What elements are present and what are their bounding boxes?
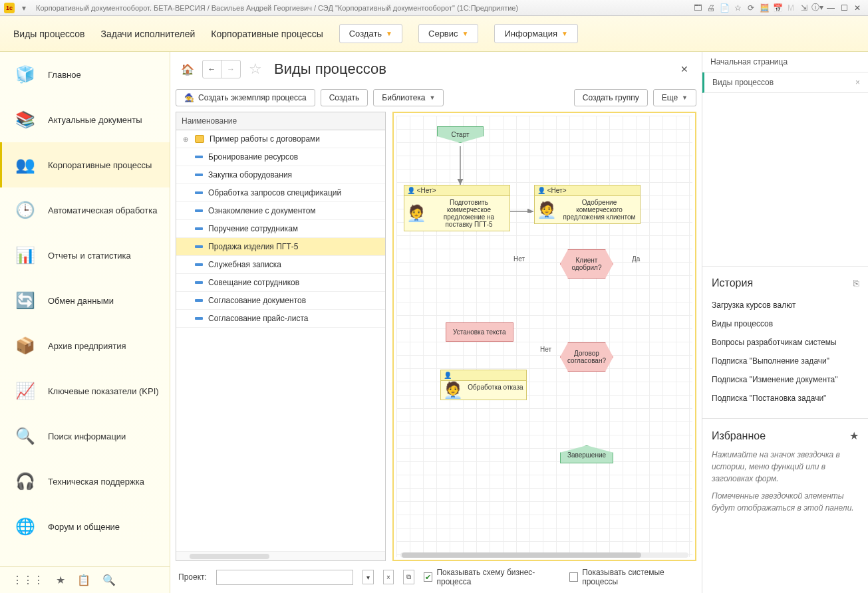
m-icon[interactable]: M <box>786 3 796 13</box>
favorite-icon[interactable]: ★ <box>56 574 65 586</box>
diagram-task-refusal[interactable]: 👤 🧑‍💼Обработка отказа <box>440 370 527 400</box>
clipboard-icon[interactable]: 📋 <box>77 574 90 586</box>
calendar-icon[interactable]: 📅 <box>772 3 783 13</box>
history-item[interactable]: Подписка "Постановка задачи" <box>712 389 859 408</box>
tree-item[interactable]: Закупка оборудования <box>176 166 385 184</box>
person-icon: 🧑‍💼 <box>535 196 559 223</box>
menu-tasks[interactable]: Задачи исполнителей <box>100 29 195 39</box>
tree-item-label: Служебная записка <box>208 260 281 269</box>
history-item[interactable]: Виды процессов <box>712 314 859 333</box>
tree-item[interactable]: Совещание сотрудников <box>176 274 385 292</box>
sidebar-item-search[interactable]: 🔍Поиск информации <box>0 414 170 459</box>
tree-item[interactable]: Согласование прайс-листа <box>176 310 385 328</box>
sidebar-item-archive[interactable]: 📦Архив предприятия <box>0 323 170 368</box>
tree-item[interactable]: Служебная записка <box>176 256 385 274</box>
menu-corp-processes[interactable]: Корпоративные процессы <box>211 29 323 39</box>
create-button[interactable]: Создать <box>321 89 368 106</box>
page-title: Виды процессов <box>274 60 386 78</box>
tree-item[interactable]: Поручение сотрудникам <box>176 220 385 238</box>
sidebar-item-label: Архив предприятия <box>48 341 126 351</box>
person-icon: 🧑‍💼 <box>404 196 428 231</box>
tree-item-label: Пример работы с договорами <box>210 134 320 144</box>
tree-item-label: Согласование прайс-листа <box>208 314 308 323</box>
minimize-button[interactable]: — <box>824 3 837 13</box>
close-page-button[interactable]: ✕ <box>675 61 694 77</box>
history-item[interactable]: Вопросы разработчикам системы <box>712 333 859 352</box>
diagram-scrollbar[interactable] <box>400 552 688 558</box>
history-item[interactable]: Подписка "Выполнение задачи" <box>712 352 859 370</box>
star-icon[interactable]: ★ <box>849 429 859 442</box>
top-service-button[interactable]: Сервис▼ <box>418 24 478 43</box>
sidebar-item-forum[interactable]: 🌐Форум и общение <box>0 504 170 549</box>
rightbar-tab-active[interactable]: Виды процессов× <box>702 72 868 93</box>
forward-button[interactable]: → <box>221 60 240 78</box>
top-create-button[interactable]: Создать▼ <box>339 24 402 43</box>
search-small-icon[interactable]: 🔍 <box>102 574 116 586</box>
favorite-star-icon[interactable]: ☆ <box>249 60 262 78</box>
back-button[interactable]: ← <box>203 60 221 78</box>
tree-scrollbar[interactable] <box>176 551 385 560</box>
diagram-decision-contract[interactable]: Договор согласован? <box>560 342 613 372</box>
diagram-task-prepare[interactable]: 👤 <Нет> 🧑‍💼Подготовить коммерческое пред… <box>404 185 510 231</box>
collapse-icon[interactable]: ⇲ <box>799 3 809 13</box>
diagram-task-approve[interactable]: 👤 <Нет> 🧑‍💼Одобрение коммерческого предл… <box>534 185 641 224</box>
checkbox-show-system[interactable]: Показывать системые процессы <box>569 568 694 586</box>
sidebar-item-documents[interactable]: 📚Актуальные документы <box>0 97 170 142</box>
sidebar-item-main[interactable]: 🧊Главное <box>0 52 170 97</box>
project-label: Проект: <box>178 572 207 582</box>
tree-header[interactable]: Наименование <box>176 112 385 130</box>
project-clear-button[interactable]: × <box>383 570 394 584</box>
tree-item[interactable]: Согласование документов <box>176 292 385 310</box>
sidebar-item-auto[interactable]: 🕒Автоматическая обработка <box>0 187 170 233</box>
top-info-button[interactable]: Информация▼ <box>494 24 578 43</box>
process-diagram[interactable]: Старт 👤 <Нет> 🧑‍💼Подготовить коммерческо… <box>392 112 696 561</box>
tree-list: ⊕Пример работы с договорами Бронирование… <box>176 130 385 551</box>
more-button[interactable]: Еще▼ <box>653 89 696 106</box>
tree-item[interactable]: Бронирование ресурсов <box>176 148 385 166</box>
sidebar-item-processes[interactable]: 👥Корпоративные процессы <box>0 142 170 187</box>
history-item[interactable]: Загрузка курсов валют <box>712 296 859 314</box>
dropdown-icon[interactable]: ▾ <box>19 3 29 13</box>
print-icon[interactable]: 🖨 <box>706 3 716 13</box>
sidebar-item-kpi[interactable]: 📈Ключевые показатели (KPI) <box>0 368 170 414</box>
history-item[interactable]: Подписка "Изменение документа" <box>712 370 859 389</box>
maximize-button[interactable]: ☐ <box>837 3 851 13</box>
tree-item[interactable]: Ознакомление с документом <box>176 202 385 220</box>
close-tab-icon[interactable]: × <box>855 78 860 87</box>
sidebar-item-label: Главное <box>48 70 81 80</box>
apps-icon[interactable]: ⋮⋮⋮ <box>12 574 44 586</box>
calc-icon[interactable]: 🧮 <box>759 3 770 13</box>
tree-item-selected[interactable]: Продажа изделия ПГТ-5 <box>176 238 385 256</box>
sidebar-item-support[interactable]: 🎧Техническая поддержка <box>0 459 170 504</box>
star-icon[interactable]: ☆ <box>732 3 743 13</box>
gauge-icon: 📈 <box>12 378 39 404</box>
history-pin-icon[interactable]: ⎘ <box>853 278 859 289</box>
diagram-label-no: Нет <box>513 255 525 263</box>
diagram-decision-client[interactable]: Клиент одобрил? <box>560 249 613 279</box>
menu-process-types[interactable]: Виды процессов <box>13 29 84 39</box>
close-window-button[interactable]: ✕ <box>851 3 864 13</box>
info-icon[interactable]: ⓘ▾ <box>812 3 823 13</box>
checkbox-show-scheme[interactable]: ✔Показывать схему бизнес-процесса <box>424 568 560 586</box>
create-instance-button[interactable]: 🧙Создать экземпляр процесса <box>176 89 315 106</box>
project-dropdown-button[interactable]: ▾ <box>362 570 374 584</box>
library-button[interactable]: Библиотека▼ <box>373 89 444 106</box>
project-open-button[interactable]: ⧉ <box>403 570 414 584</box>
nav-back-forward: ← → <box>202 60 241 78</box>
sidebar-item-reports[interactable]: 📊Отчеты и статистика <box>0 233 170 278</box>
tree-folder-row[interactable]: ⊕Пример работы с договорами <box>176 130 385 148</box>
create-group-button[interactable]: Создать группу <box>574 89 648 106</box>
sidebar-item-exchange[interactable]: 🔄Обмен данными <box>0 278 170 323</box>
item-icon <box>195 209 203 212</box>
rightbar-tab-home[interactable]: Начальная страница <box>702 52 868 72</box>
print-preview-icon[interactable]: 🗔 <box>692 3 703 13</box>
project-input[interactable] <box>216 570 353 585</box>
diagram-box-settext[interactable]: Установка текста <box>446 322 513 342</box>
tree-item[interactable]: Обработка запросов спецификаций <box>176 184 385 202</box>
diagram-label-yes: Да <box>632 255 640 263</box>
expand-icon[interactable]: ⊕ <box>183 136 190 143</box>
doc-icon[interactable]: 📄 <box>719 3 730 13</box>
home-button[interactable]: 🏠 <box>178 60 197 78</box>
favorites-title: Избранное <box>712 430 766 442</box>
history-icon[interactable]: ⟳ <box>746 3 756 13</box>
